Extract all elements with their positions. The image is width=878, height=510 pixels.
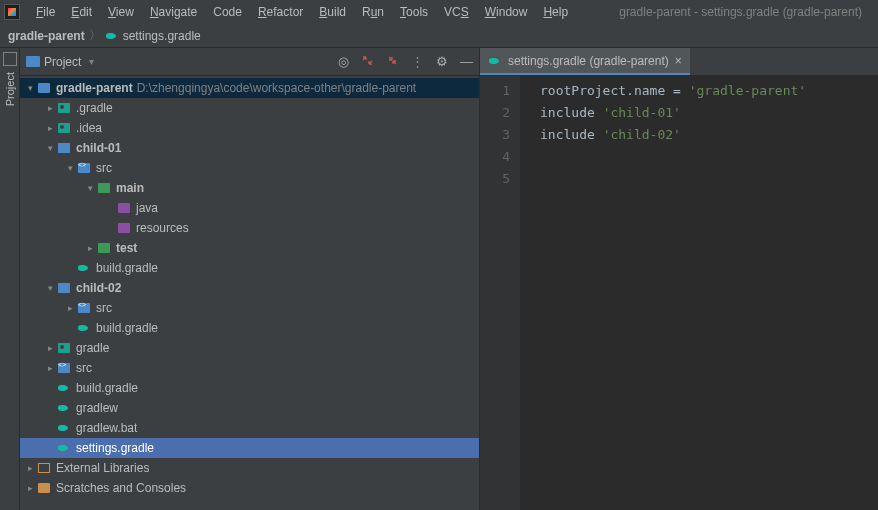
library-icon [36, 463, 52, 473]
chevron-right-icon[interactable]: ▸ [44, 103, 56, 113]
menu-help[interactable]: Help [535, 3, 576, 21]
chevron-right-icon[interactable]: ▸ [44, 343, 56, 353]
target-icon[interactable]: ◎ [338, 54, 349, 69]
menubar: File Edit View Navigate Code Refactor Bu… [0, 0, 878, 24]
editor-code[interactable]: rootProject.name = 'gradle-parent' inclu… [520, 76, 878, 510]
menu-build[interactable]: Build [311, 3, 354, 21]
tree-gradlew-bat[interactable]: gradlew.bat [20, 418, 479, 438]
folder-icon [36, 83, 52, 93]
tree-build-gradle-1[interactable]: build.gradle [20, 258, 479, 278]
src-folder-icon [76, 303, 92, 313]
project-panel-title[interactable]: Project [44, 55, 81, 69]
gradle-icon [105, 31, 119, 41]
tree-test[interactable]: ▸ test [20, 238, 479, 258]
editor[interactable]: 1 2 3 4 5 rootProject.name = 'gradle-par… [480, 76, 878, 510]
tree-child-01[interactable]: ▾ child-01 [20, 138, 479, 158]
chevron-right-icon[interactable]: ▸ [24, 483, 36, 493]
tree-root[interactable]: ▾ gradle-parent D:\zhengqingya\code\work… [20, 78, 479, 98]
chevron-down-icon[interactable]: ▾ [44, 143, 56, 153]
hide-icon[interactable]: — [460, 54, 473, 69]
menu-run[interactable]: Run [354, 3, 392, 21]
tree-java[interactable]: java [20, 198, 479, 218]
src-folder-icon [56, 363, 72, 373]
project-tool-icon[interactable] [3, 52, 17, 66]
tree-src-2[interactable]: ▸ src [20, 298, 479, 318]
src-folder-icon [76, 163, 92, 173]
close-icon[interactable]: × [675, 54, 682, 68]
menu-navigate[interactable]: Navigate [142, 3, 205, 21]
tree-child-02[interactable]: ▾ child-02 [20, 278, 479, 298]
breadcrumb-file[interactable]: settings.gradle [123, 29, 201, 43]
tree-dot-idea[interactable]: ▸ .idea [20, 118, 479, 138]
main-area: Project Project ▾ ◎ ⋮ ⚙ — ▾ grad [0, 48, 878, 510]
gradle-icon [76, 263, 92, 273]
project-tool-label[interactable]: Project [4, 72, 16, 106]
divider: ⋮ [411, 54, 424, 69]
editor-gutter: 1 2 3 4 5 [480, 76, 520, 510]
menu-vcs[interactable]: VCS [436, 3, 477, 21]
chevron-right-icon[interactable]: ▸ [24, 463, 36, 473]
tree-main[interactable]: ▾ main [20, 178, 479, 198]
chevron-down-icon[interactable]: ▾ [44, 283, 56, 293]
tree-dot-gradle[interactable]: ▸ .gradle [20, 98, 479, 118]
folder-icon [96, 243, 112, 253]
breadcrumb-sep: 〉 [89, 27, 101, 44]
folder-icon [56, 103, 72, 113]
menu-code[interactable]: Code [205, 3, 250, 21]
app-icon [4, 4, 20, 20]
chevron-down-icon[interactable]: ▾ [89, 56, 94, 67]
gradle-icon [56, 403, 72, 413]
menu-view[interactable]: View [100, 3, 142, 21]
tree-build-gradle-2[interactable]: build.gradle [20, 318, 479, 338]
folder-icon [116, 203, 132, 213]
menu-window[interactable]: Window [477, 3, 536, 21]
editor-tabs: settings.gradle (gradle-parent) × [480, 48, 878, 76]
tree-scratches[interactable]: ▸ Scratches and Consoles [20, 478, 479, 498]
editor-tab-settings-gradle[interactable]: settings.gradle (gradle-parent) × [480, 48, 690, 75]
expand-all-icon[interactable] [361, 54, 374, 70]
breadcrumb: gradle-parent 〉 settings.gradle [0, 24, 878, 48]
gradle-icon [56, 423, 72, 433]
settings-icon[interactable]: ⚙ [436, 54, 448, 69]
folder-icon [116, 223, 132, 233]
menu-tools[interactable]: Tools [392, 3, 436, 21]
collapse-all-icon[interactable] [386, 54, 399, 70]
chevron-right-icon[interactable]: ▸ [84, 243, 96, 253]
tree-src-3[interactable]: ▸ src [20, 358, 479, 378]
project-tree[interactable]: ▾ gradle-parent D:\zhengqingya\code\work… [20, 76, 479, 510]
tree-gradlew[interactable]: gradlew [20, 398, 479, 418]
project-panel-header: Project ▾ ◎ ⋮ ⚙ — [20, 48, 479, 76]
scratch-icon [36, 483, 52, 493]
folder-icon [56, 123, 72, 133]
menu-file[interactable]: File [28, 3, 63, 21]
chevron-right-icon[interactable]: ▸ [44, 123, 56, 133]
folder-icon [56, 143, 72, 153]
project-view-icon [26, 56, 40, 67]
tree-src-1[interactable]: ▾ src [20, 158, 479, 178]
tree-build-gradle-root[interactable]: build.gradle [20, 378, 479, 398]
chevron-down-icon[interactable]: ▾ [64, 163, 76, 173]
menu-refactor[interactable]: Refactor [250, 3, 311, 21]
chevron-down-icon[interactable]: ▾ [24, 83, 36, 93]
chevron-right-icon[interactable]: ▸ [44, 363, 56, 373]
chevron-down-icon[interactable]: ▾ [84, 183, 96, 193]
window-title: gradle-parent - settings.gradle (gradle-… [619, 5, 874, 19]
folder-icon [56, 343, 72, 353]
gradle-icon [488, 56, 502, 66]
chevron-right-icon[interactable]: ▸ [64, 303, 76, 313]
folder-icon [96, 183, 112, 193]
breadcrumb-root[interactable]: gradle-parent [8, 29, 85, 43]
editor-panel: settings.gradle (gradle-parent) × 1 2 3 … [480, 48, 878, 510]
project-panel: Project ▾ ◎ ⋮ ⚙ — ▾ gradle-parent D:\zhe… [20, 48, 480, 510]
tree-settings-gradle[interactable]: settings.gradle [20, 438, 479, 458]
tree-external-libraries[interactable]: ▸ External Libraries [20, 458, 479, 478]
tool-strip-left: Project [0, 48, 20, 510]
folder-icon [56, 283, 72, 293]
menu-edit[interactable]: Edit [63, 3, 100, 21]
tree-gradle-dir[interactable]: ▸ gradle [20, 338, 479, 358]
tree-root-label: gradle-parent [56, 81, 133, 95]
tree-root-path: D:\zhengqingya\code\workspace-other\grad… [137, 81, 417, 95]
tree-resources[interactable]: resources [20, 218, 479, 238]
gradle-icon [56, 443, 72, 453]
editor-tab-label: settings.gradle (gradle-parent) [508, 54, 669, 68]
